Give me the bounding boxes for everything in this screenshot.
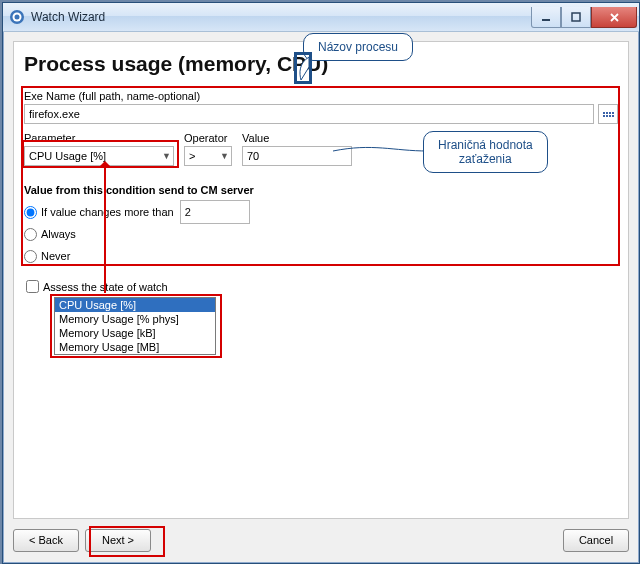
chevron-down-icon: ▼ [220, 151, 229, 161]
maximize-button[interactable] [561, 7, 591, 28]
parameter-combo[interactable]: CPU Usage [%] ▼ [24, 146, 174, 166]
radio-never-label: Never [41, 250, 70, 262]
exe-name-input[interactable] [24, 104, 594, 124]
annotation-arrow [104, 165, 106, 293]
callout-text: Názov procesu [318, 40, 398, 54]
wizard-window: Watch Wizard Process usage (memory, CPU)… [2, 2, 640, 564]
dropdown-item[interactable]: Memory Usage [MB] [55, 340, 215, 354]
window-buttons [531, 7, 637, 27]
parameter-label: Parameter [24, 132, 174, 144]
wizard-panel: Process usage (memory, CPU) Exe Name (fu… [13, 41, 629, 519]
value-input[interactable] [242, 146, 352, 166]
browse-icon-2 [603, 115, 614, 117]
back-button[interactable]: < Back [13, 529, 79, 552]
operator-label: Operator [184, 132, 232, 144]
radio-always-input[interactable] [24, 228, 37, 241]
callout-process-name: Názov procesu [303, 33, 413, 61]
assess-checkbox[interactable] [26, 280, 39, 293]
maximize-icon [571, 12, 581, 22]
svg-rect-4 [572, 13, 580, 21]
minimize-button[interactable] [531, 7, 561, 28]
dropdown-item[interactable]: Memory Usage [% phys] [55, 312, 215, 326]
app-icon [9, 9, 25, 25]
send-condition-title: Value from this condition send to CM ser… [24, 184, 618, 196]
wizard-footer: < Back Next > Cancel [13, 525, 629, 555]
radio-changes-input[interactable] [24, 206, 37, 219]
close-button[interactable] [591, 7, 637, 28]
callout-text: Hraničná hodnota [438, 138, 533, 152]
operator-combo[interactable]: > ▼ [184, 146, 232, 166]
changes-threshold-input[interactable] [180, 200, 250, 224]
callout-threshold: Hraničná hodnota zaťaženia [423, 131, 548, 173]
radio-always-label: Always [41, 228, 76, 240]
browse-button[interactable] [598, 104, 618, 124]
radio-never-input[interactable] [24, 250, 37, 263]
callout-text: zaťaženia [459, 152, 512, 166]
parameter-dropdown-list: CPU Usage [%] Memory Usage [% phys] Memo… [54, 297, 216, 355]
minimize-icon [541, 12, 551, 22]
chevron-down-icon: ▼ [162, 151, 171, 161]
browse-icon [603, 112, 614, 114]
radio-always[interactable]: Always [24, 224, 618, 244]
next-button[interactable]: Next > [85, 529, 151, 552]
exe-name-label: Exe Name (full path, name-optional) [24, 90, 618, 102]
window-title: Watch Wizard [31, 10, 531, 24]
cancel-button[interactable]: Cancel [563, 529, 629, 552]
parameter-value: CPU Usage [%] [29, 150, 106, 162]
radio-never[interactable]: Never [24, 246, 618, 266]
dropdown-item[interactable]: Memory Usage [kB] [55, 326, 215, 340]
close-icon [609, 12, 620, 23]
assess-checkbox-row[interactable]: Assess the state of watch [26, 280, 628, 293]
titlebar: Watch Wizard [3, 3, 639, 32]
radio-changes[interactable]: If value changes more than [24, 202, 618, 222]
svg-point-2 [15, 15, 20, 20]
send-condition-group: Value from this condition send to CM ser… [24, 184, 618, 266]
dropdown-item[interactable]: CPU Usage [%] [55, 298, 215, 312]
operator-value: > [189, 150, 195, 162]
callout-tail-icon [294, 52, 312, 84]
svg-rect-3 [542, 19, 550, 21]
value-label: Value [242, 132, 352, 144]
radio-changes-label: If value changes more than [41, 206, 174, 218]
parameter-form: Exe Name (full path, name-optional) Para… [24, 90, 618, 266]
